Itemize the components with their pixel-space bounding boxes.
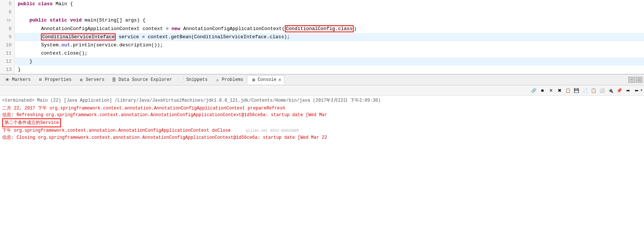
tab-console-label: Console (258, 77, 276, 82)
snippets-icon (179, 77, 185, 83)
toolbar-btn-pin[interactable]: 📌 (615, 86, 624, 95)
tab-console[interactable]: Console ⊠ (247, 75, 284, 84)
toolbar-btn-disconnect[interactable]: 🔌 (607, 86, 615, 95)
code-line-6: 6 (0, 8, 644, 16)
line-content-7: public static void main(String[] args) { (15, 16, 644, 24)
minimize-button[interactable]: − (628, 77, 635, 83)
tab-problems[interactable]: Problems (212, 75, 247, 84)
tab-markers-label: Markers (12, 77, 30, 82)
code-line-11: 11 context.close(); (0, 49, 644, 58)
line-content-13: } (15, 66, 644, 74)
console-tab-symbol: ⊠ (279, 78, 281, 82)
tab-datasource-label: Data Source Explorer (119, 77, 172, 82)
line-content-9: ConditinalServiceInteface service = cont… (15, 33, 644, 41)
log-text-5: 信息: Closing org.springframework.context.… (2, 135, 327, 140)
toolbar-btn-save[interactable]: 💾 (573, 86, 581, 95)
log-text-2: 信息: Refreshing org.springframework.conte… (2, 112, 327, 118)
toolbar-btn-stop[interactable]: ■ (538, 86, 547, 95)
toolbar-dropdown: ⬅ ▼ (632, 86, 643, 95)
tab-servers-label: Servers (86, 77, 104, 82)
markers-icon (4, 77, 10, 83)
line-num-5: 5 (0, 0, 15, 8)
log-text-1: 二月 22, 2017 下午 org.springframework.conte… (2, 106, 285, 111)
line-num-8: 8 (0, 25, 15, 33)
line-num-12: 12 (0, 58, 15, 66)
tab-properties[interactable]: Properties (34, 75, 74, 84)
tab-servers[interactable]: Servers (75, 75, 107, 84)
console-log-line-1: 二月 22, 2017 下午 org.springframework.conte… (2, 105, 642, 112)
code-line-9: 9 ConditinalServiceInteface service = co… (0, 33, 644, 41)
properties-icon (37, 77, 43, 83)
code-line-13: 13 } (0, 66, 644, 74)
tab-properties-label: Properties (45, 77, 71, 82)
code-line-12: 12 } (0, 58, 644, 66)
line-content-12: } (15, 58, 644, 66)
console-icon (250, 77, 256, 83)
toolbar-btn-clipboard[interactable]: 📋 (590, 86, 598, 95)
line-content-8: AnnotationConfigApplicationContext conte… (15, 25, 644, 33)
tab-problems-label: Problems (222, 77, 244, 82)
toolbar-btn-link[interactable]: 🔗 (530, 86, 538, 95)
line-content-10: System.out.println(service.description()… (15, 41, 644, 49)
line-content-11: context.close(); (15, 49, 644, 58)
toolbar-btn-file[interactable]: 📄 (581, 86, 589, 95)
toolbar-btn-remove[interactable]: ✖ (556, 86, 564, 95)
code-line-8: 8 AnnotationConfigApplicationContext con… (0, 25, 644, 33)
line-num-11: 11 (0, 49, 15, 58)
line-content-6 (15, 8, 644, 16)
toolbar-btn-next[interactable]: ➡ (624, 86, 632, 95)
line-content-5: public class Main { (15, 0, 644, 8)
line-num-6: 6 (0, 8, 15, 16)
maximize-button[interactable]: □ (636, 77, 643, 83)
console-log-line-5: 信息: Closing org.springframework.context.… (2, 134, 642, 141)
code-line-5: 5 public class Main { (0, 0, 644, 8)
line-num-13: 13 (0, 66, 15, 74)
toolbar-btn-terminate[interactable]: ✕ (547, 86, 555, 95)
servers-icon (78, 77, 84, 83)
tab-bar: Markers Properties Servers Data Source E… (0, 74, 644, 85)
code-line-10: 10 System.out.println(service.descriptio… (0, 41, 644, 49)
toolbar-btn-prev[interactable]: ⬅ (632, 86, 641, 95)
code-editor: 5 public class Main { 6 7⊖ public static… (0, 0, 644, 74)
console-panel: 🔗 ■ ✕ ✖ 📋 💾 📄 📋 ⬜ 🔌 📌 ➡ ⬅ ▼ <terminated>… (0, 85, 644, 170)
console-status-line: <terminated> Main (22) [Java Application… (2, 97, 642, 104)
line-num-9: 9 (0, 33, 15, 41)
toolbar-btn-clear[interactable]: ⬜ (598, 86, 606, 95)
tab-snippets-label: Snippets (186, 77, 208, 82)
line-num-10: 10 (0, 41, 15, 49)
tab-datasource[interactable]: Data Source Explorer (108, 75, 175, 84)
tab-markers[interactable]: Markers (1, 75, 33, 84)
tab-snippets[interactable]: Snippets (176, 75, 211, 84)
console-log-line-4: 下午 org.springframework.context.annotatio… (2, 127, 642, 134)
console-output: <terminated> Main (22) [Java Application… (0, 96, 644, 170)
window-controls: − □ (628, 77, 643, 83)
code-line-7: 7⊖ public static void main(String[] args… (0, 16, 644, 25)
problems-icon (215, 77, 220, 83)
toolbar-btn-copy[interactable]: 📋 (564, 86, 572, 95)
line-num-7: 7⊖ (0, 16, 15, 25)
console-log-line-3: 第二个条件成立的Service (2, 118, 642, 127)
toolbar-dropdown-arrow[interactable]: ▼ (641, 89, 643, 92)
console-toolbar: 🔗 ■ ✕ ✖ 📋 💾 📄 📋 ⬜ 🔌 📌 ➡ ⬅ ▼ (0, 85, 644, 96)
console-log-line-2: 信息: Refreshing org.springframework.conte… (2, 112, 642, 118)
log-text-4: 下午 org.springframework.context.annotatio… (2, 128, 299, 133)
log-highlight-3: 第二个条件成立的Service (2, 118, 61, 127)
datasource-icon (111, 77, 117, 83)
